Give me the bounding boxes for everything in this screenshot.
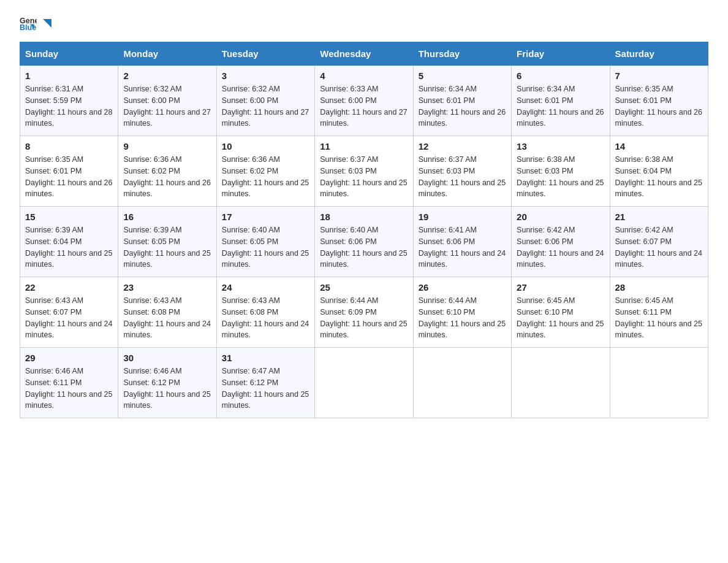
- day-number: 28: [615, 282, 703, 293]
- day-info: Sunrise: 6:43 AM Sunset: 6:07 PM Dayligh…: [25, 295, 113, 341]
- table-row: 30 Sunrise: 6:46 AM Sunset: 6:12 PM Dayl…: [118, 348, 216, 418]
- svg-marker-3: [43, 19, 51, 28]
- table-row: 14 Sunrise: 6:38 AM Sunset: 6:04 PM Dayl…: [610, 136, 708, 207]
- calendar-week-5: 29 Sunrise: 6:46 AM Sunset: 6:11 PM Dayl…: [20, 348, 708, 418]
- table-row: 10 Sunrise: 6:36 AM Sunset: 6:02 PM Dayl…: [216, 136, 314, 207]
- col-wednesday: Wednesday: [315, 42, 413, 66]
- day-number: 5: [419, 71, 506, 81]
- table-row: 19 Sunrise: 6:41 AM Sunset: 6:06 PM Dayl…: [413, 207, 511, 277]
- day-number: 15: [25, 212, 113, 222]
- day-info: Sunrise: 6:38 AM Sunset: 6:04 PM Dayligh…: [615, 154, 703, 200]
- day-info: Sunrise: 6:32 AM Sunset: 6:00 PM Dayligh…: [123, 83, 211, 129]
- day-info: Sunrise: 6:34 AM Sunset: 6:01 PM Dayligh…: [419, 83, 506, 129]
- table-row: 9 Sunrise: 6:36 AM Sunset: 6:02 PM Dayli…: [118, 136, 216, 207]
- day-number: 4: [320, 71, 408, 81]
- day-number: 7: [615, 71, 703, 81]
- day-info: Sunrise: 6:45 AM Sunset: 6:11 PM Dayligh…: [615, 295, 703, 341]
- day-number: 11: [320, 141, 408, 151]
- day-info: Sunrise: 6:32 AM Sunset: 6:00 PM Dayligh…: [222, 83, 309, 129]
- table-row: 4 Sunrise: 6:33 AM Sunset: 6:00 PM Dayli…: [315, 66, 413, 136]
- page-header: General Blue: [20, 15, 708, 32]
- table-row: 27 Sunrise: 6:45 AM Sunset: 6:10 PM Dayl…: [512, 277, 610, 348]
- calendar-week-2: 8 Sunrise: 6:35 AM Sunset: 6:01 PM Dayli…: [20, 136, 708, 207]
- table-row: [413, 348, 511, 418]
- table-row: 8 Sunrise: 6:35 AM Sunset: 6:01 PM Dayli…: [20, 136, 118, 207]
- table-row: 2 Sunrise: 6:32 AM Sunset: 6:00 PM Dayli…: [118, 66, 216, 136]
- day-info: Sunrise: 6:36 AM Sunset: 6:02 PM Dayligh…: [123, 154, 211, 200]
- day-info: Sunrise: 6:42 AM Sunset: 6:06 PM Dayligh…: [517, 224, 604, 270]
- day-info: Sunrise: 6:45 AM Sunset: 6:10 PM Dayligh…: [517, 295, 604, 341]
- table-row: 21 Sunrise: 6:42 AM Sunset: 6:07 PM Dayl…: [610, 207, 708, 277]
- day-number: 8: [25, 141, 113, 151]
- day-number: 13: [517, 141, 604, 151]
- col-tuesday: Tuesday: [216, 42, 314, 66]
- table-row: 6 Sunrise: 6:34 AM Sunset: 6:01 PM Dayli…: [512, 66, 610, 136]
- table-row: 26 Sunrise: 6:44 AM Sunset: 6:10 PM Dayl…: [413, 277, 511, 348]
- day-number: 20: [517, 212, 604, 222]
- logo-triangle-icon: [40, 17, 54, 30]
- day-info: Sunrise: 6:40 AM Sunset: 6:05 PM Dayligh…: [222, 224, 309, 270]
- table-row: 22 Sunrise: 6:43 AM Sunset: 6:07 PM Dayl…: [20, 277, 118, 348]
- day-info: Sunrise: 6:43 AM Sunset: 6:08 PM Dayligh…: [222, 295, 309, 341]
- day-info: Sunrise: 6:37 AM Sunset: 6:03 PM Dayligh…: [419, 154, 506, 200]
- calendar-week-4: 22 Sunrise: 6:43 AM Sunset: 6:07 PM Dayl…: [20, 277, 708, 348]
- day-info: Sunrise: 6:44 AM Sunset: 6:09 PM Dayligh…: [320, 295, 408, 341]
- table-row: [610, 348, 708, 418]
- day-info: Sunrise: 6:31 AM Sunset: 5:59 PM Dayligh…: [25, 83, 113, 129]
- day-number: 21: [615, 212, 703, 222]
- day-info: Sunrise: 6:38 AM Sunset: 6:03 PM Dayligh…: [517, 154, 604, 200]
- svg-text:Blue: Blue: [20, 23, 36, 32]
- day-info: Sunrise: 6:46 AM Sunset: 6:12 PM Dayligh…: [123, 366, 211, 412]
- table-row: [512, 348, 610, 418]
- table-row: 13 Sunrise: 6:38 AM Sunset: 6:03 PM Dayl…: [512, 136, 610, 207]
- table-row: 12 Sunrise: 6:37 AM Sunset: 6:03 PM Dayl…: [413, 136, 511, 207]
- day-info: Sunrise: 6:40 AM Sunset: 6:06 PM Dayligh…: [320, 224, 408, 270]
- table-row: 17 Sunrise: 6:40 AM Sunset: 6:05 PM Dayl…: [216, 207, 314, 277]
- day-info: Sunrise: 6:35 AM Sunset: 6:01 PM Dayligh…: [615, 83, 703, 129]
- day-number: 16: [123, 212, 211, 222]
- day-number: 24: [222, 282, 309, 293]
- table-row: 20 Sunrise: 6:42 AM Sunset: 6:06 PM Dayl…: [512, 207, 610, 277]
- table-row: 11 Sunrise: 6:37 AM Sunset: 6:03 PM Dayl…: [315, 136, 413, 207]
- table-row: 23 Sunrise: 6:43 AM Sunset: 6:08 PM Dayl…: [118, 277, 216, 348]
- day-number: 31: [222, 353, 309, 363]
- day-number: 9: [123, 141, 211, 151]
- day-info: Sunrise: 6:35 AM Sunset: 6:01 PM Dayligh…: [25, 154, 113, 200]
- table-row: 24 Sunrise: 6:43 AM Sunset: 6:08 PM Dayl…: [216, 277, 314, 348]
- day-number: 22: [25, 282, 113, 293]
- table-row: 18 Sunrise: 6:40 AM Sunset: 6:06 PM Dayl…: [315, 207, 413, 277]
- day-number: 19: [419, 212, 506, 222]
- calendar-week-3: 15 Sunrise: 6:39 AM Sunset: 6:04 PM Dayl…: [20, 207, 708, 277]
- table-row: 3 Sunrise: 6:32 AM Sunset: 6:00 PM Dayli…: [216, 66, 314, 136]
- table-row: 31 Sunrise: 6:47 AM Sunset: 6:12 PM Dayl…: [216, 348, 314, 418]
- table-row: 7 Sunrise: 6:35 AM Sunset: 6:01 PM Dayli…: [610, 66, 708, 136]
- col-monday: Monday: [118, 42, 216, 66]
- day-number: 27: [517, 282, 604, 293]
- day-number: 18: [320, 212, 408, 222]
- logo-icon: General Blue: [20, 15, 37, 32]
- calendar-table: Sunday Monday Tuesday Wednesday Thursday…: [20, 42, 708, 418]
- table-row: 28 Sunrise: 6:45 AM Sunset: 6:11 PM Dayl…: [610, 277, 708, 348]
- day-number: 17: [222, 212, 309, 222]
- day-number: 25: [320, 282, 408, 293]
- table-row: 5 Sunrise: 6:34 AM Sunset: 6:01 PM Dayli…: [413, 66, 511, 136]
- day-number: 29: [25, 353, 113, 363]
- day-info: Sunrise: 6:39 AM Sunset: 6:04 PM Dayligh…: [25, 224, 113, 270]
- day-info: Sunrise: 6:43 AM Sunset: 6:08 PM Dayligh…: [123, 295, 211, 341]
- col-saturday: Saturday: [610, 42, 708, 66]
- day-info: Sunrise: 6:36 AM Sunset: 6:02 PM Dayligh…: [222, 154, 309, 200]
- day-info: Sunrise: 6:44 AM Sunset: 6:10 PM Dayligh…: [419, 295, 506, 341]
- col-friday: Friday: [512, 42, 610, 66]
- table-row: 15 Sunrise: 6:39 AM Sunset: 6:04 PM Dayl…: [20, 207, 118, 277]
- day-info: Sunrise: 6:34 AM Sunset: 6:01 PM Dayligh…: [517, 83, 604, 129]
- calendar-week-1: 1 Sunrise: 6:31 AM Sunset: 5:59 PM Dayli…: [20, 66, 708, 136]
- day-info: Sunrise: 6:42 AM Sunset: 6:07 PM Dayligh…: [615, 224, 703, 270]
- day-number: 30: [123, 353, 211, 363]
- day-number: 1: [25, 71, 113, 81]
- col-thursday: Thursday: [413, 42, 511, 66]
- day-number: 3: [222, 71, 309, 81]
- day-info: Sunrise: 6:41 AM Sunset: 6:06 PM Dayligh…: [419, 224, 506, 270]
- calendar-header: Sunday Monday Tuesday Wednesday Thursday…: [20, 42, 708, 66]
- header-row: Sunday Monday Tuesday Wednesday Thursday…: [20, 42, 708, 66]
- day-info: Sunrise: 6:37 AM Sunset: 6:03 PM Dayligh…: [320, 154, 408, 200]
